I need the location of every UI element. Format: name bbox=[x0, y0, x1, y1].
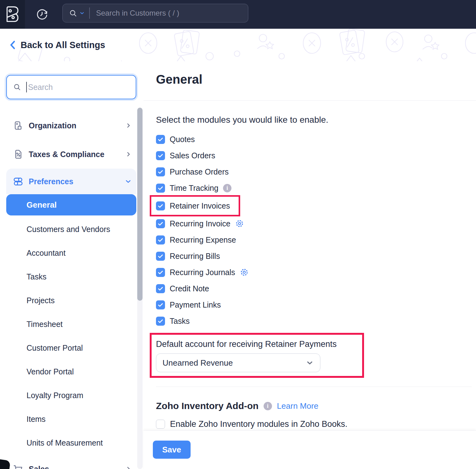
sidebar-item-label: Customer Portal bbox=[27, 343, 83, 353]
module-checkbox[interactable] bbox=[156, 284, 165, 293]
retainer-default-highlight-box: Default account for receiving Retainer P… bbox=[150, 333, 364, 378]
module-label: Recurring Expense bbox=[170, 235, 236, 244]
sidebar-item-label: Vendor Portal bbox=[27, 367, 74, 376]
back-link-label: Back to All Settings bbox=[21, 40, 105, 50]
sidebar-item[interactable]: Preferences bbox=[6, 169, 136, 194]
sidebar-item[interactable]: Vendor Portal bbox=[6, 360, 136, 383]
sidebar-item-label: Sales bbox=[29, 465, 49, 469]
zoho-books-logo[interactable] bbox=[0, 0, 25, 29]
global-search-input[interactable] bbox=[95, 8, 243, 18]
module-label: Credit Note bbox=[170, 284, 209, 293]
sidebar-item[interactable]: General bbox=[6, 194, 136, 215]
gear-icon[interactable] bbox=[235, 219, 244, 228]
sidebar-item[interactable]: Customer Portal bbox=[6, 336, 136, 360]
sidebar-item[interactable]: Items bbox=[6, 407, 136, 431]
module-label: Sales Orders bbox=[170, 151, 215, 160]
module-checkbox-row: Credit Note bbox=[156, 280, 213, 297]
sidebar-search-box[interactable] bbox=[6, 75, 136, 99]
sidebar-item-label: Organization bbox=[29, 121, 76, 130]
module-checkbox-row: Purchase Orders bbox=[156, 164, 232, 180]
info-icon[interactable]: i bbox=[223, 184, 231, 192]
divider bbox=[143, 100, 476, 101]
sidebar-item[interactable]: Units of Measurement bbox=[6, 431, 136, 455]
settings-header-band: Back to All Settings bbox=[0, 29, 476, 62]
module-checkbox[interactable] bbox=[156, 300, 165, 309]
enable-inventory-row: Enable Zoho Inventory modules in Zoho Bo… bbox=[156, 419, 476, 429]
module-label: Purchase Orders bbox=[170, 167, 229, 176]
chevron-down-icon bbox=[306, 359, 314, 367]
module-checkbox-row: Retainer Invoices bbox=[150, 195, 240, 216]
module-checkbox[interactable] bbox=[156, 268, 165, 277]
module-label: Quotes bbox=[170, 135, 195, 144]
search-icon bbox=[13, 83, 21, 91]
module-checkbox[interactable] bbox=[156, 317, 165, 326]
retainer-default-label: Default account for receiving Retainer P… bbox=[156, 339, 337, 349]
text-caret bbox=[26, 82, 27, 92]
sidebar-item[interactable]: Tasks bbox=[6, 265, 136, 289]
sidebar-item-label: Taxes & Compliance bbox=[29, 150, 104, 159]
save-footer-bar: Save bbox=[143, 430, 476, 469]
search-separator bbox=[89, 7, 90, 19]
topbar bbox=[0, 0, 476, 29]
learn-more-link[interactable]: Learn More bbox=[277, 401, 318, 411]
back-to-all-settings-link[interactable]: Back to All Settings bbox=[9, 29, 105, 61]
general-settings-panel: General Select the modules you would lik… bbox=[143, 61, 476, 469]
sidebar-item-label: Units of Measurement bbox=[27, 438, 103, 447]
module-checkbox[interactable] bbox=[156, 219, 165, 228]
module-label: Payment Links bbox=[170, 300, 221, 309]
sales-icon bbox=[12, 463, 24, 469]
zoho-books-settings-page: Back to All Settings bbox=[0, 0, 476, 469]
retainer-account-value: Unearned Revenue bbox=[163, 358, 233, 368]
retainer-account-select[interactable]: Unearned Revenue bbox=[156, 353, 320, 372]
search-icon bbox=[69, 9, 77, 17]
sidebar-item[interactable]: Customers and Vendors bbox=[6, 217, 136, 241]
modules-heading: Select the modules you would like to ena… bbox=[156, 115, 476, 125]
module-checkbox[interactable] bbox=[156, 167, 165, 176]
sidebar-item[interactable]: Projects bbox=[6, 289, 136, 312]
module-label: Recurring Invoice bbox=[170, 219, 231, 228]
sidebar-item[interactable]: Organization bbox=[6, 111, 136, 140]
organization-icon bbox=[12, 120, 24, 131]
search-scope-chevron-down-icon[interactable] bbox=[79, 10, 85, 16]
module-checkbox-row: Quotes bbox=[156, 131, 199, 147]
sidebar-item[interactable]: Taxes & Compliance bbox=[6, 140, 136, 169]
module-checkbox-row: Recurring Bills bbox=[156, 248, 224, 264]
module-checkbox-row: Sales Orders bbox=[156, 147, 219, 164]
module-checkbox[interactable] bbox=[156, 151, 165, 160]
global-search-bar[interactable] bbox=[62, 4, 248, 22]
sidebar-item-label: Timesheet bbox=[27, 320, 63, 329]
module-checkbox[interactable] bbox=[156, 235, 165, 244]
module-checkbox-row: Time Tracking i bbox=[156, 180, 235, 196]
gear-icon[interactable] bbox=[240, 268, 249, 277]
sidebar-item[interactable]: Loyalty Program bbox=[6, 383, 136, 407]
settings-nav: Organization bbox=[6, 111, 136, 469]
sidebar-item-label: Loyalty Program bbox=[27, 391, 83, 400]
enable-inventory-checkbox[interactable] bbox=[156, 420, 165, 429]
sidebar-scrollbar-thumb[interactable] bbox=[137, 108, 143, 301]
save-button[interactable]: Save bbox=[153, 441, 191, 459]
sidebar-item-label: Accountant bbox=[27, 249, 66, 258]
module-label: Recurring Bills bbox=[170, 252, 220, 261]
module-checkbox[interactable] bbox=[156, 201, 165, 210]
module-checkbox-row: Recurring Expense bbox=[156, 232, 240, 248]
enable-inventory-label: Enable Zoho Inventory modules in Zoho Bo… bbox=[170, 419, 347, 429]
module-label: Recurring Journals bbox=[170, 268, 235, 277]
settings-sidebar: Organization bbox=[0, 61, 144, 469]
info-icon[interactable]: i bbox=[264, 402, 272, 410]
chevron-down-icon bbox=[124, 178, 132, 185]
sidebar-item[interactable]: Timesheet bbox=[6, 312, 136, 336]
history-clock-icon[interactable] bbox=[31, 0, 53, 29]
sidebar-search-input[interactable] bbox=[27, 82, 130, 92]
sidebar-item-label: Tasks bbox=[27, 272, 46, 281]
sidebar-item[interactable]: Sales bbox=[6, 455, 136, 469]
module-checkbox[interactable] bbox=[156, 135, 165, 144]
taxes-icon bbox=[12, 149, 24, 160]
module-checkbox[interactable] bbox=[156, 184, 165, 193]
inventory-addon-title: Zoho Inventory Add-on bbox=[156, 401, 259, 411]
chevron-right-icon bbox=[125, 466, 132, 469]
sidebar-item-label: Customers and Vendors bbox=[27, 225, 110, 234]
module-checkbox[interactable] bbox=[156, 252, 165, 261]
module-checkbox-row: Recurring Journals bbox=[156, 264, 252, 280]
module-label: Retainer Invoices bbox=[170, 201, 230, 210]
sidebar-item[interactable]: Accountant bbox=[6, 241, 136, 265]
